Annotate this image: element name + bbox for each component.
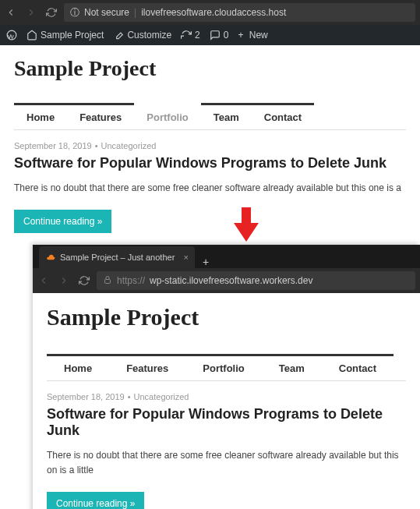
new-tab-button[interactable]: +: [195, 256, 217, 268]
tab-title: Sample Project – Just another W: [60, 253, 176, 262]
back-button[interactable]: [5, 6, 17, 19]
top-toolbar: ⓘ Not secure | ilovefreesoftware.cloudac…: [0, 0, 420, 25]
continue-reading-button[interactable]: Continue reading »: [14, 210, 111, 233]
post-meta: September 18, 2019•Uncategorized: [47, 392, 406, 401]
post-category[interactable]: Uncategorized: [134, 392, 189, 401]
divider: |: [134, 7, 136, 18]
bottom-browser-window: Sample Project – Just another W × + http…: [33, 245, 420, 509]
info-icon: ⓘ: [70, 6, 79, 19]
bottom-address-bar[interactable]: https://wp-static.ilovefreesoftware.work…: [97, 271, 415, 290]
post-date: September 18, 2019: [14, 141, 92, 150]
bottom-toolbar: https://wp-static.ilovefreesoftware.work…: [33, 268, 420, 293]
site-title[interactable]: Sample Project: [14, 56, 406, 81]
nav-team[interactable]: Team: [262, 354, 322, 380]
wp-updates[interactable]: 2: [181, 30, 200, 41]
nav-contact[interactable]: Contact: [252, 103, 314, 129]
browser-tab[interactable]: Sample Project – Just another W ×: [39, 246, 195, 268]
nav-portfolio[interactable]: Portfolio: [185, 354, 261, 380]
post-title[interactable]: Software for Popular Windows Programs to…: [47, 406, 406, 439]
cloudflare-icon: [45, 252, 55, 263]
forward-button[interactable]: [58, 274, 70, 287]
refresh-button[interactable]: [78, 274, 90, 287]
back-button[interactable]: [37, 274, 50, 287]
continue-reading-button[interactable]: Continue reading »: [47, 492, 144, 509]
url-text: ilovefreesoftware.cloudaccess.host: [141, 7, 286, 18]
wp-comments[interactable]: 0: [210, 30, 229, 41]
bottom-nav-menu: Home Features Portfolio Team Contact: [47, 354, 406, 381]
svg-rect-1: [105, 279, 111, 283]
nav-home[interactable]: Home: [47, 354, 109, 380]
site-title[interactable]: Sample Project: [47, 304, 406, 330]
forward-button[interactable]: [25, 6, 37, 19]
wp-logo[interactable]: [6, 30, 17, 41]
refresh-button[interactable]: [45, 6, 58, 19]
post-excerpt: There is no doubt that there are some fr…: [14, 181, 406, 196]
post-title[interactable]: Software for Popular Windows Programs to…: [14, 155, 406, 171]
comparison-arrow-icon: [232, 207, 260, 245]
url-protocol: https://: [117, 275, 145, 286]
wp-site-name[interactable]: Sample Project: [26, 30, 104, 41]
top-nav-menu: Home Features Portfolio Team Contact: [14, 103, 406, 130]
post-category[interactable]: Uncategorized: [101, 141, 157, 150]
nav-team[interactable]: Team: [201, 103, 252, 129]
nav-home[interactable]: Home: [14, 103, 67, 129]
post-date: September 18, 2019: [47, 392, 125, 401]
nav-features[interactable]: Features: [109, 354, 185, 380]
nav-contact[interactable]: Contact: [322, 354, 394, 380]
post-excerpt: There is no doubt that there are some fr…: [47, 448, 406, 478]
wp-new[interactable]: + New: [238, 30, 267, 41]
tab-strip: Sample Project – Just another W × +: [33, 245, 420, 268]
wp-admin-bar: Sample Project Customize 2 0 + New: [0, 25, 420, 45]
bottom-site-content: Sample Project Home Features Portfolio T…: [33, 293, 420, 509]
top-site-content: Sample Project Home Features Portfolio T…: [0, 45, 420, 244]
lock-icon: [103, 275, 112, 287]
post-meta: September 18, 2019•Uncategorized: [14, 141, 406, 150]
wp-customize[interactable]: Customize: [113, 30, 171, 41]
nav-features[interactable]: Features: [67, 103, 134, 129]
top-browser-chrome: ⓘ Not secure | ilovefreesoftware.cloudac…: [0, 0, 420, 25]
security-label: Not secure: [84, 7, 129, 18]
top-address-bar[interactable]: ⓘ Not secure | ilovefreesoftware.cloudac…: [64, 3, 415, 22]
url-text: wp-static.ilovefreesoftware.workers.dev: [150, 275, 312, 286]
nav-portfolio[interactable]: Portfolio: [134, 103, 200, 129]
close-tab-icon[interactable]: ×: [184, 253, 189, 262]
